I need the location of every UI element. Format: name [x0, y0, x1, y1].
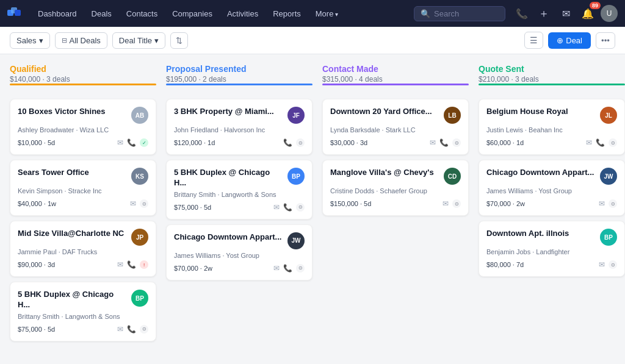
filter-label: All Deals	[70, 36, 101, 45]
sort-dropdown[interactable]: Deal Title ▾	[112, 32, 165, 49]
deal-card[interactable]: Downtown 20 Yard Office...LBLynda Barksd…	[322, 99, 469, 155]
status-dot: ⊙	[296, 264, 305, 273]
search-bar[interactable]: 🔍	[414, 6, 505, 21]
card-amount-time: $30,000 · 3d	[330, 139, 367, 146]
nav-contacts[interactable]: Contacts	[120, 5, 164, 22]
deal-card[interactable]: Manglove Villa's @ Chevy'sCDCristine Dod…	[322, 160, 469, 216]
email-icon-btn[interactable]: ✉	[557, 4, 575, 23]
notifications-btn[interactable]: 🔔 89	[579, 4, 597, 23]
card-title: Chicago Downtown Appart...	[486, 168, 600, 178]
sales-dropdown[interactable]: Sales ▾	[10, 32, 50, 49]
nav-companies[interactable]: Companies	[166, 5, 219, 22]
card-amount-time: $60,000 · 1d	[486, 139, 524, 146]
kanban-wrapper: Qualified$140,000 · 3 deals10 Boxes Vict…	[0, 54, 625, 364]
email-icon[interactable]: ✉	[273, 203, 280, 212]
deal-card[interactable]: Sears Tower OfficeKSKevin Simpson · Stra…	[10, 160, 156, 216]
column-divider	[10, 84, 156, 85]
email-icon[interactable]: ✉	[586, 138, 592, 147]
nav-reports[interactable]: Reports	[267, 5, 307, 22]
card-subtitle: Cristine Dodds · Schaefer Group	[330, 187, 461, 194]
column-meta: $210,000 · 3 deals	[479, 75, 625, 84]
card-subtitle: Kevin Simpson · Stracke Inc	[18, 187, 148, 194]
column-meta: $140,000 · 3 deals	[10, 75, 156, 84]
card-title: 10 Boxes Victor Shines	[18, 107, 131, 117]
email-icon[interactable]: ✉	[599, 260, 605, 269]
more-options-btn[interactable]: •••	[596, 32, 615, 49]
notification-badge: 89	[590, 2, 601, 9]
add-icon-btn[interactable]: ＋	[535, 4, 553, 23]
phone-icon[interactable]: 📞	[127, 138, 136, 147]
phone-icon-btn[interactable]: 📞	[513, 4, 531, 23]
card-title: 5 BHK Duplex @ Chicago H...	[174, 168, 287, 188]
email-icon[interactable]: ✉	[117, 325, 123, 334]
toolbar: Sales ▾ ⊟ All Deals Deal Title ▾ ⇅ ☰ ⊕ D…	[0, 27, 625, 54]
column-title: Contact Made	[322, 64, 469, 74]
card-avatar: AB	[131, 107, 148, 124]
deal-card[interactable]: 3 BHK Property @ Miami...JFJohn Friedlan…	[166, 99, 312, 155]
sort-order-btn[interactable]: ⇅	[170, 32, 188, 49]
card-avatar: JW	[287, 232, 305, 249]
status-dot: ⊙	[452, 138, 461, 147]
status-dot: !	[140, 260, 148, 269]
card-subtitle: Brittany Smith · Langworth & Sons	[18, 313, 148, 320]
card-subtitle: James Williams · Yost Group	[174, 252, 305, 259]
card-amount-time: $80,000 · 7d	[486, 261, 524, 268]
user-avatar[interactable]: U	[601, 5, 618, 22]
nav-dashboard[interactable]: Dashboard	[32, 5, 83, 22]
email-icon[interactable]: ✉	[273, 264, 280, 273]
add-deal-button[interactable]: ⊕ Deal	[548, 32, 591, 49]
nav-activities[interactable]: Activities	[221, 5, 264, 22]
deal-card[interactable]: 5 BHK Duplex @ Chicago H...BPBrittany Sm…	[10, 282, 156, 341]
card-avatar: JP	[131, 229, 148, 246]
email-icon[interactable]: ✉	[430, 138, 436, 147]
kanban-column-qualified: Qualified$140,000 · 3 deals10 Boxes Vict…	[10, 64, 156, 341]
deal-card[interactable]: Chicago Downtown Appart...JWJames Willia…	[479, 160, 625, 216]
deal-card[interactable]: Belgium House RoyalJLJustin Lewis · Beah…	[479, 99, 625, 155]
phone-icon[interactable]: 📞	[127, 260, 136, 269]
card-subtitle: Ashley Broadwater · Wiza LLC	[18, 126, 148, 134]
card-amount-time: $75,000 · 5d	[18, 326, 55, 333]
card-title: Manglove Villa's @ Chevy's	[330, 168, 444, 178]
app-logo[interactable]	[7, 7, 24, 20]
email-icon[interactable]: ✉	[130, 199, 136, 208]
nav-icons: 📞 ＋ ✉ 🔔 89 U	[513, 4, 618, 23]
column-meta: $195,000 · 2 deals	[166, 75, 312, 84]
card-amount-time: $10,000 · 5d	[18, 139, 55, 146]
phone-icon[interactable]: 📞	[596, 138, 605, 147]
card-avatar: KS	[131, 168, 148, 185]
card-amount-time: $75,000 · 5d	[174, 204, 211, 211]
deal-card[interactable]: Chicago Downtown Appart...JWJames Willia…	[166, 224, 312, 280]
phone-icon[interactable]: 📞	[283, 264, 292, 273]
nav-deals[interactable]: Deals	[85, 5, 118, 22]
phone-icon[interactable]: 📞	[283, 138, 292, 147]
phone-icon[interactable]: 📞	[127, 325, 136, 334]
cards-list: 10 Boxes Victor ShinesABAshley Broadwate…	[10, 99, 156, 341]
deal-card[interactable]: Downtown Apt. illnoisBPBenjamin Jobs · L…	[479, 221, 625, 277]
deal-card[interactable]: 5 BHK Duplex @ Chicago H...BPBrittany Sm…	[166, 160, 312, 219]
email-icon[interactable]: ✉	[443, 199, 449, 208]
deal-card[interactable]: Mid Size Villa@Charlotte NCJPJammie Paul…	[10, 221, 156, 277]
list-icon: ☰	[530, 35, 538, 45]
phone-icon[interactable]: 📞	[283, 203, 292, 212]
search-input[interactable]	[434, 9, 499, 18]
card-subtitle: Lynda Barksdale · Stark LLC	[330, 126, 461, 134]
card-amount-time: $40,000 · 1w	[18, 200, 56, 207]
email-icon[interactable]: ✉	[599, 199, 605, 208]
status-dot: ⊙	[296, 203, 305, 212]
deal-card[interactable]: 10 Boxes Victor ShinesABAshley Broadwate…	[10, 99, 156, 155]
all-deals-filter[interactable]: ⊟ All Deals	[55, 32, 107, 49]
status-dot: ⊙	[609, 138, 617, 147]
plus-icon: ⊕	[557, 36, 563, 45]
kanban-column-quote: Quote Sent$210,000 · 3 dealsBelgium Hous…	[479, 64, 625, 341]
phone-icon[interactable]: 📞	[439, 138, 449, 147]
sort-label: Deal Title	[119, 36, 152, 45]
toolbar-right: ☰ ⊕ Deal •••	[524, 32, 615, 49]
card-amount-time: $150,000 · 5d	[330, 200, 371, 207]
nav-more[interactable]: More	[309, 5, 344, 22]
column-divider	[479, 84, 625, 85]
list-view-btn[interactable]: ☰	[524, 32, 543, 49]
card-avatar: BP	[287, 168, 305, 185]
card-title: Mid Size Villa@Charlotte NC	[18, 229, 131, 239]
email-icon[interactable]: ✉	[117, 260, 123, 269]
email-icon[interactable]: ✉	[117, 138, 123, 147]
